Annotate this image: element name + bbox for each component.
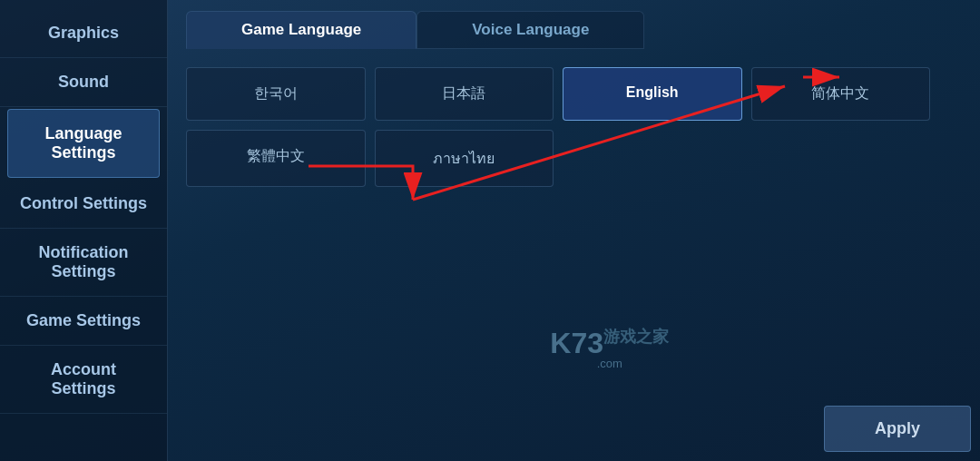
sidebar-item-game-settings[interactable]: Game Settings: [0, 297, 167, 346]
sidebar-item-notification-settings[interactable]: Notification Settings: [0, 229, 167, 297]
sidebar-item-sound[interactable]: Sound: [0, 58, 167, 107]
annotation-arrows: [168, 0, 980, 461]
svg-line-2: [413, 86, 785, 200]
main-layout: Graphics Sound Language Settings Control…: [0, 0, 980, 461]
sidebar-item-graphics[interactable]: Graphics: [0, 9, 167, 58]
sidebar-item-language-settings[interactable]: Language Settings: [7, 109, 160, 178]
sidebar-item-account-settings[interactable]: Account Settings: [0, 346, 167, 414]
sidebar: Graphics Sound Language Settings Control…: [0, 0, 168, 461]
sidebar-item-control-settings[interactable]: Control Settings: [0, 180, 167, 229]
main-content: Game Language Voice Language 한국어 日本語 Eng…: [168, 0, 980, 461]
